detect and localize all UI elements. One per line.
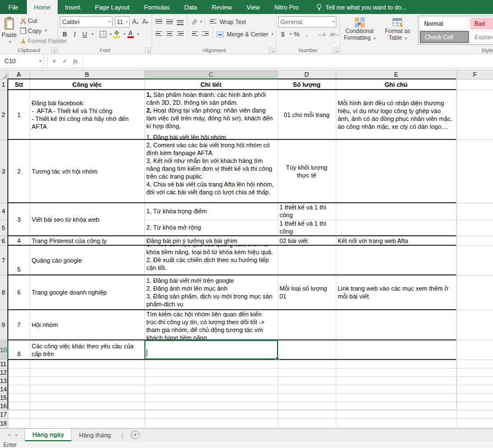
cell-D5[interactable]: 1 thiết kế và 1 thi công [278,220,336,236]
cell-A17[interactable] [8,410,30,418]
formula-input[interactable] [83,54,493,68]
cell-A7[interactable]: 5 [8,245,30,275]
col-header-e[interactable]: E [336,71,457,79]
cell-E16[interactable] [336,402,457,410]
merge-center-button[interactable]: Merge & Center ▾ [215,29,274,39]
cell-C1[interactable]: Chi tiết [144,79,278,90]
cell-A6[interactable]: 4 [8,236,30,245]
cell-A11[interactable] [8,360,30,368]
cell-D10[interactable] [278,340,336,360]
row-header-16[interactable]: 16 [0,402,8,410]
cell-C4[interactable]: 1, Từ khóa trọng điểm [144,203,278,220]
cell-F11[interactable] [457,360,493,368]
col-header-c[interactable]: C [144,71,278,79]
row-header-15[interactable]: 15 [0,393,8,402]
row-header-8[interactable]: 8 [0,275,8,310]
cell-D6[interactable]: 02 bài viết [278,236,336,245]
cell-F10[interactable] [457,340,493,360]
row-header-13[interactable]: 13 [0,376,8,385]
cell-A18[interactable] [8,418,30,428]
tab-file[interactable]: File [0,0,27,14]
row-header-7[interactable]: 7 [0,245,8,275]
row-header-3[interactable]: 3 [0,139,8,203]
row-header-1[interactable]: 1 [0,79,8,90]
cell-E17[interactable] [336,410,457,418]
borders-button[interactable] [98,29,108,40]
row-header-9[interactable]: 9 [0,310,8,340]
cell-B12[interactable] [30,368,144,376]
decrease-indent-icon[interactable] [192,31,199,38]
cell-A13[interactable] [8,376,30,385]
cell-E14[interactable] [336,385,457,393]
cell-D12[interactable] [278,368,336,376]
sheet-tab-hang-ngay[interactable]: Hàng ngày [25,429,72,441]
cell-D2[interactable]: 01 cho mỗi trang [278,90,336,139]
tab-page-layout[interactable]: Page Layout [88,0,137,14]
style-bad[interactable]: Bad [470,17,493,30]
cell-C18[interactable] [144,418,278,428]
cell-F3[interactable] [457,139,493,203]
conditional-formatting-button[interactable]: ≠ Conditional Formatting ▾ [342,16,377,45]
style-explanatory[interactable]: Explanatory ... [470,31,493,43]
cell-B11[interactable] [30,360,144,368]
accounting-format-button[interactable]: $ [278,29,288,40]
cell-C7[interactable]: 1, Theo dõi hiệu quả của quảng cáo, thêm… [144,245,278,275]
paste-button[interactable]: Paste ▾ [2,16,17,46]
cell-E2[interactable]: Mỗi hình ảnh đều có nhận diện thương hiệ… [336,90,457,139]
cell-D18[interactable] [278,418,336,428]
cell-A2[interactable]: 1 [8,90,30,139]
tab-insert[interactable]: Insert [58,0,88,14]
italic-button[interactable]: I [70,29,79,40]
tab-data[interactable]: Data [177,0,204,14]
cell-A12[interactable] [8,368,30,376]
row-header-2[interactable]: 2 [0,90,8,139]
cell-E9[interactable] [336,310,457,340]
font-dialog-launcher[interactable]: ↘ [145,48,151,53]
style-normal[interactable]: Normal [420,17,469,30]
alignment-dialog-launcher[interactable]: ↘ [269,48,275,53]
row-header-12[interactable]: 12 [0,368,8,376]
cell-C2[interactable]: 1, Sản phẩm hoàn thành: các hình ảnh phố… [144,90,278,139]
cell-D17[interactable] [278,410,336,418]
cell-E18[interactable] [336,418,457,428]
cell-C15[interactable] [144,393,278,402]
new-sheet-button[interactable]: + [131,429,139,441]
cell-F13[interactable] [457,376,493,385]
row-header-10[interactable]: 10 [0,340,8,360]
decrease-decimal-button[interactable]: .00→ [327,32,341,37]
cell-F18[interactable] [457,418,493,428]
cell-C8[interactable]: 1, Đăng bài viết mới trên google 2, Đăng… [144,275,278,310]
cell-C17[interactable] [144,410,278,418]
row-header-4[interactable]: 4 [0,203,8,220]
cell-D7[interactable] [278,245,336,275]
cell-D14[interactable] [278,385,336,393]
align-top-icon[interactable] [156,19,162,25]
enter-button[interactable]: ✓ [60,58,70,65]
col-header-a[interactable]: A [8,71,30,79]
select-all-corner[interactable] [0,71,8,79]
col-header-d[interactable]: D [278,71,336,79]
name-box[interactable]: C10 ▾ [0,54,44,68]
percent-style-button[interactable]: % [292,29,302,40]
insert-function-button[interactable]: fx [71,58,81,64]
cell-E8[interactable]: Link trang web vào các mục xem thêm ở mỗ… [336,275,457,310]
cell-F14[interactable] [457,385,493,393]
cancel-button[interactable]: × [49,58,59,64]
cell-F16[interactable] [457,402,493,410]
cell-D3[interactable]: Tùy khối lượng thực tế [278,139,336,203]
tab-view[interactable]: View [240,0,267,14]
cell-B10[interactable]: Các công việc khác theo yêu cầu của cấp … [30,340,144,360]
grow-font-button[interactable]: A▴ [130,16,140,27]
align-bottom-icon[interactable] [177,19,184,25]
row-header-6[interactable]: 6 [0,236,8,245]
cell-F17[interactable] [457,410,493,418]
font-name-select[interactable]: Calibri ▾ [60,16,112,27]
cell-B14[interactable] [30,385,144,393]
cell-A4[interactable]: 3 [8,203,30,236]
cell-E12[interactable] [336,368,457,376]
cell-F5[interactable] [457,220,493,236]
row-header-5[interactable]: 5 [0,220,8,236]
cell-A16[interactable] [8,402,30,410]
cell-E3[interactable] [336,139,457,203]
cell-D15[interactable] [278,393,336,402]
